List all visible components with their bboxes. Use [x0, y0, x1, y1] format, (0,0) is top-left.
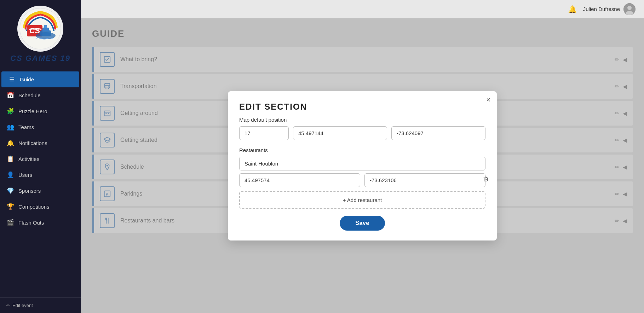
main-area: 🔔 Julien Dufresne GUIDE What to bring?	[81, 0, 644, 313]
sponsors-icon: 💎	[6, 187, 14, 195]
avatar	[623, 3, 636, 15]
logo-circle: CS PARADISE	[17, 6, 63, 52]
activities-icon: 📋	[6, 155, 14, 163]
sidebar-item-users[interactable]: 👤 Users	[0, 167, 81, 183]
cs-games-title: CS GAMES 19	[10, 54, 70, 63]
modal-save-row: Save	[239, 216, 485, 231]
sidebar-item-guide-label: Guide	[20, 76, 34, 82]
zoom-input[interactable]	[239, 126, 289, 140]
sidebar-item-puzzle-hero[interactable]: 🧩 Puzzle Hero	[0, 103, 81, 119]
puzzle-hero-icon: 🧩	[6, 108, 14, 115]
add-restaurant-button[interactable]: + Add restaurant	[239, 191, 485, 209]
svg-point-10	[626, 11, 633, 15]
svg-rect-28	[484, 178, 488, 181]
edit-event-button[interactable]: ✏ Edit event	[6, 303, 74, 308]
svg-rect-6	[42, 28, 49, 31]
sidebar-footer: ✏ Edit event	[0, 297, 81, 313]
svg-rect-7	[44, 25, 47, 28]
logo-svg: CS PARADISE	[19, 7, 62, 50]
svg-rect-30	[485, 177, 487, 178]
sidebar-item-notifications[interactable]: 🔔 Notifications	[0, 135, 81, 151]
sidebar-item-teams-label: Teams	[18, 124, 34, 130]
sidebar-item-schedule[interactable]: 📅 Schedule	[0, 87, 81, 103]
lat-input[interactable]	[293, 126, 387, 140]
sidebar-item-competitions-label: Competitions	[18, 204, 50, 210]
teams-icon: 👥	[6, 123, 14, 131]
sidebar-item-activities[interactable]: 📋 Activities	[0, 151, 81, 167]
restaurant-lng-input[interactable]	[364, 173, 485, 187]
svg-text:PARADISE: PARADISE	[28, 28, 42, 30]
schedule-icon: 📅	[6, 92, 14, 99]
sidebar-item-activities-label: Activities	[18, 156, 39, 162]
topbar-username: Julien Dufresne	[583, 6, 620, 12]
svg-point-9	[627, 6, 632, 10]
sidebar-item-sponsors-label: Sponsors	[18, 188, 41, 194]
lng-input[interactable]	[391, 126, 485, 140]
sidebar: CS PARADISE CS GAMES 19 ☰ Guide 📅 Schedu…	[0, 0, 81, 313]
sidebar-item-flash-outs[interactable]: 🎬 Flash Outs	[0, 215, 81, 231]
sidebar-item-notifications-label: Notifications	[18, 140, 47, 146]
competitions-icon: 🏆	[6, 203, 14, 210]
sidebar-item-schedule-label: Schedule	[18, 92, 41, 98]
notification-bell-icon[interactable]: 🔔	[568, 5, 577, 13]
sidebar-item-teams[interactable]: 👥 Teams	[0, 119, 81, 135]
modal-title: EDIT SECTION	[239, 102, 485, 112]
sidebar-logo: CS PARADISE CS GAMES 19	[0, 0, 81, 69]
edit-icon: ✏	[6, 303, 10, 308]
guide-icon: ☰	[8, 76, 16, 83]
map-default-position-label: Map default position	[239, 117, 485, 123]
edit-event-label: Edit event	[12, 303, 33, 308]
modal-overlay[interactable]: × EDIT SECTION Map default position Rest…	[81, 18, 644, 313]
modal-close-button[interactable]: ×	[486, 96, 490, 103]
restaurant-name-input[interactable]	[239, 157, 485, 170]
trash-icon	[483, 175, 489, 182]
notifications-icon: 🔔	[6, 139, 14, 147]
sidebar-item-users-label: Users	[18, 172, 32, 178]
delete-restaurant-button[interactable]	[483, 175, 489, 184]
sidebar-item-puzzle-label: Puzzle Hero	[18, 108, 47, 114]
map-position-row	[239, 126, 485, 140]
save-button[interactable]: Save	[340, 216, 385, 231]
topbar: 🔔 Julien Dufresne	[81, 0, 644, 18]
sidebar-nav: ☰ Guide 📅 Schedule 🧩 Puzzle Hero 👥 Teams…	[0, 69, 81, 297]
sidebar-item-sponsors[interactable]: 💎 Sponsors	[0, 183, 81, 199]
users-icon: 👤	[6, 171, 14, 179]
restaurant-entry-1	[239, 157, 485, 187]
sidebar-item-competitions[interactable]: 🏆 Competitions	[0, 199, 81, 215]
restaurants-label: Restaurants	[239, 147, 485, 153]
restaurant-coords-row	[239, 173, 485, 187]
restaurant-lat-input[interactable]	[239, 173, 360, 187]
content-area: GUIDE What to bring? ✏ ◀ Transportation	[81, 18, 644, 313]
sidebar-item-flash-outs-label: Flash Outs	[18, 220, 44, 226]
topbar-user: Julien Dufresne	[583, 3, 636, 15]
avatar-svg	[623, 3, 636, 15]
flash-outs-icon: 🎬	[6, 219, 14, 226]
sidebar-item-guide[interactable]: ☰ Guide	[1, 71, 79, 87]
svg-rect-5	[40, 30, 51, 36]
edit-section-modal: × EDIT SECTION Map default position Rest…	[228, 91, 497, 240]
